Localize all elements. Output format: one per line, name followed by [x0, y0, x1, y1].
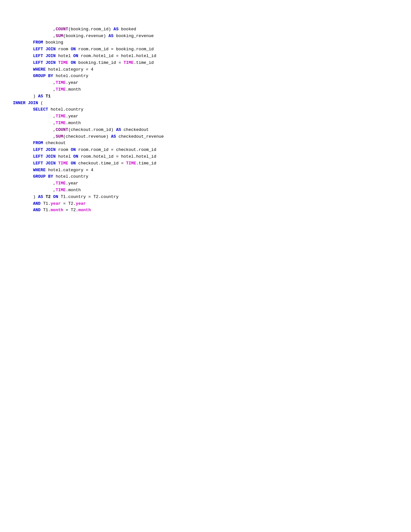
code-line: FROM checkout	[13, 140, 398, 147]
code-line: WHERE hotel.category = 4	[13, 167, 398, 174]
code-line: ,TIME.month	[13, 86, 398, 93]
code-line: ,COUNT(checkout.room_id) AS checkedout	[13, 127, 398, 133]
code-line: LEFT JOIN room ON room.room_id = booking…	[13, 46, 398, 53]
code-line: LEFT JOIN room ON room.room_id = checkou…	[13, 147, 398, 153]
code-line: ) AS T1	[13, 93, 398, 100]
code-line: ,TIME.month	[13, 187, 398, 194]
code-line: GROUP BY hotel.country	[13, 173, 398, 180]
code-line: ) AS T2 ON T1.country = T2.country	[13, 194, 398, 201]
code-line: LEFT JOIN hotel ON room.hotel_id = hotel…	[13, 153, 398, 160]
code-line: GROUP BY hotel.country	[13, 73, 398, 80]
code-line: INNER JOIN (	[13, 100, 398, 107]
code-line: AND T1.month = T2.month	[13, 207, 398, 214]
code-line: SELECT hotel.country	[13, 106, 398, 113]
code-line: ,TIME.year	[13, 113, 398, 120]
code-line: LEFT JOIN TIME ON booking.time_id = TIME…	[13, 60, 398, 66]
code-line: ,TIME.month	[13, 120, 398, 127]
code-line: FROM booking	[13, 39, 398, 46]
code-line: LEFT JOIN hotel ON room.hotel_id = hotel…	[13, 53, 398, 60]
code-line: ,SUM(booking.revenue) AS booking_revenue	[13, 33, 398, 40]
code-line: ,SUM(checkout.revenue) AS checkedout_rev…	[13, 133, 398, 140]
code-line: ,COUNT(booking.room_id) AS booked	[13, 26, 398, 33]
code-line: WHERE hotel.category = 4	[13, 66, 398, 73]
code-editor: ,COUNT(booking.room_id) AS booked ,SUM(b…	[13, 19, 398, 214]
code-line: ,TIME.year	[13, 180, 398, 187]
code-line: AND T1.year = T2.year	[13, 201, 398, 207]
code-line: LEFT JOIN TIME ON checkout.time_id = TIM…	[13, 160, 398, 167]
code-line: ,TIME.year	[13, 80, 398, 86]
